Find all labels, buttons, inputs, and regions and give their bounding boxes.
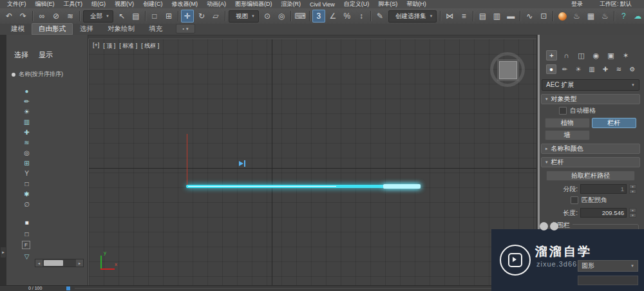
keyboard-shortcut-override-button[interactable]: ⌨ bbox=[294, 10, 307, 23]
menu-item[interactable]: 图形编辑器(D) bbox=[231, 0, 277, 8]
spinner-down-icon[interactable]: ▾ bbox=[629, 213, 636, 218]
use-pivot-center-button[interactable]: ⊙ bbox=[261, 10, 274, 23]
help-button[interactable]: ? bbox=[617, 10, 630, 23]
select-and-rotate-button[interactable]: ↻ bbox=[195, 10, 208, 23]
schematic-view-button[interactable]: ⊡ bbox=[537, 10, 550, 23]
viewport-shading-menu[interactable]: [ 线框 ] bbox=[141, 42, 159, 50]
spinner-down-icon[interactable]: ▾ bbox=[629, 189, 636, 194]
menu-item[interactable]: 帮助(H) bbox=[402, 0, 431, 8]
explorer-menu[interactable]: 选择 bbox=[14, 50, 28, 60]
length-field[interactable]: 209.546 bbox=[580, 208, 627, 218]
scene-explorer-toggle-button[interactable]: ▤ bbox=[476, 10, 489, 23]
category-geometry[interactable]: ● bbox=[546, 64, 556, 74]
sign-in-button[interactable]: 登录 bbox=[567, 0, 587, 8]
category-dropdown[interactable]: AEC 扩展 ▼ bbox=[542, 79, 639, 91]
scroll-right-arrow[interactable]: ▸ bbox=[76, 259, 83, 267]
category-spacewarps[interactable]: ≋ bbox=[614, 64, 624, 74]
partial-field[interactable] bbox=[578, 276, 638, 285]
select-and-manipulate-button[interactable]: ◎ bbox=[275, 10, 288, 23]
category-lights[interactable]: ☀ bbox=[573, 64, 583, 74]
scroll-thumb[interactable] bbox=[44, 260, 63, 266]
railing-object[interactable] bbox=[186, 185, 421, 188]
time-slider-marker[interactable] bbox=[66, 286, 70, 290]
menu-item[interactable]: 自定义(U) bbox=[339, 0, 374, 8]
select-and-link-button[interactable]: ∞ bbox=[35, 10, 48, 23]
menu-item[interactable]: 修改器(M) bbox=[167, 0, 203, 8]
ribbon-tab[interactable]: 建模 bbox=[4, 23, 32, 35]
menu-item[interactable]: 工具(T) bbox=[59, 0, 88, 8]
snaps-toggle-3d-button[interactable]: 3 bbox=[312, 10, 325, 23]
filter-hidden-icon[interactable]: ∅ bbox=[22, 200, 32, 209]
viewport-general-menu[interactable]: [+] bbox=[93, 42, 99, 50]
tab-utilities[interactable]: ✶ bbox=[620, 50, 631, 61]
pick-railing-path-button[interactable]: 拾取栏杆路径 bbox=[546, 171, 635, 181]
viewport-standard-menu[interactable]: [ 标准 ] bbox=[119, 42, 137, 50]
filter-xrefs-icon[interactable]: ⊞ bbox=[22, 158, 32, 167]
reference-coordinate-dropdown[interactable]: 视图▼ bbox=[229, 10, 259, 23]
ribbon-toggle-button[interactable]: ▬ bbox=[504, 10, 517, 23]
filter-helpers-icon[interactable]: ✚ bbox=[22, 127, 32, 136]
filter-cameras-icon[interactable]: ▥ bbox=[22, 117, 32, 126]
menu-item[interactable]: 文件(F) bbox=[3, 0, 31, 8]
unlink-selection-button[interactable]: ⊘ bbox=[50, 10, 62, 23]
filter-funnel-icon[interactable]: ▽ bbox=[22, 252, 32, 261]
respect-corners-checkbox[interactable] bbox=[571, 196, 578, 204]
category-shapes[interactable]: ✏ bbox=[560, 64, 570, 74]
letter-f-badge-icon[interactable]: F bbox=[22, 241, 30, 249]
menu-item[interactable]: Civil View bbox=[305, 1, 339, 8]
angle-snap-button[interactable]: ∠ bbox=[327, 10, 339, 23]
length-spinner[interactable]: ▴▾ bbox=[629, 208, 636, 218]
category-helpers[interactable]: ✚ bbox=[600, 64, 611, 74]
rollout-name-color[interactable]: ▸ 名称和颜色 bbox=[541, 144, 640, 154]
material-editor-button[interactable] bbox=[556, 10, 569, 23]
window-crossing-toggle-button[interactable]: ⊞ bbox=[162, 10, 175, 23]
filter-groups-icon[interactable]: ◎ bbox=[22, 148, 32, 157]
wall-button[interactable]: 墙 bbox=[545, 130, 590, 140]
menu-item[interactable]: 渲染(R) bbox=[277, 0, 306, 8]
view-cube[interactable] bbox=[490, 52, 525, 87]
layer-explorer-toggle-button[interactable]: ▥ bbox=[490, 10, 503, 23]
ribbon-options-button[interactable]: •▾ bbox=[176, 24, 195, 33]
align-button[interactable]: ≡ bbox=[457, 10, 470, 23]
ribbon-tab[interactable]: 选择 bbox=[73, 23, 100, 35]
tab-motion[interactable]: ◉ bbox=[591, 50, 601, 61]
menu-item[interactable]: 脚本(S) bbox=[374, 0, 402, 8]
name-sort-header[interactable]: 名称(按升序排序) bbox=[12, 70, 88, 79]
rectangular-selection-region-button[interactable]: □ bbox=[148, 10, 161, 23]
autogrid-checkbox[interactable] bbox=[559, 107, 567, 115]
menu-item[interactable]: 视图(V) bbox=[110, 0, 138, 8]
filter-geometry-icon[interactable]: ● bbox=[22, 86, 32, 95]
category-systems[interactable]: ⚙ bbox=[627, 64, 638, 74]
tab-create[interactable]: + bbox=[546, 50, 557, 61]
tab-display[interactable]: ▣ bbox=[605, 50, 616, 61]
rollout-object-type[interactable]: ▾ 对象类型 bbox=[541, 94, 640, 104]
menu-item[interactable]: 编辑(E) bbox=[31, 0, 59, 8]
filter-spacewarps-icon[interactable]: ≋ bbox=[22, 138, 32, 147]
community-button[interactable]: ☁ bbox=[631, 10, 644, 23]
railing-button[interactable]: 栏杆 bbox=[592, 118, 637, 128]
tab-modify[interactable]: ∩ bbox=[561, 50, 572, 61]
ribbon-tab[interactable]: 自由形式 bbox=[32, 23, 73, 35]
bind-to-space-warp-button[interactable]: ≋ bbox=[64, 10, 77, 23]
select-and-move-button[interactable]: ✛ bbox=[181, 10, 194, 23]
undo-button[interactable]: ↶ bbox=[3, 10, 15, 23]
spinner-up-icon[interactable]: ▴ bbox=[629, 184, 636, 189]
spinner-up-icon[interactable]: ▴ bbox=[629, 208, 636, 212]
track-bar[interactable] bbox=[75, 288, 528, 289]
viewport-pov-menu[interactable]: [ 顶 ] bbox=[103, 42, 115, 50]
spinner-snap-button[interactable]: ↕ bbox=[355, 10, 368, 23]
viewcube-top-face[interactable] bbox=[499, 61, 517, 79]
named-selection-sets-dropdown[interactable]: 创建选择集▼ bbox=[388, 10, 437, 23]
menu-item[interactable]: 动画(A) bbox=[202, 0, 231, 8]
segments-field[interactable]: 1 bbox=[580, 184, 627, 194]
selection-filter-dropdown[interactable]: 全部▼ bbox=[83, 10, 113, 23]
rendered-frame-window-button[interactable]: ▦ bbox=[584, 10, 597, 23]
outline-square-icon[interactable]: □ bbox=[22, 229, 32, 238]
render-setup-button[interactable]: ♨ bbox=[570, 10, 583, 23]
segments-spinner[interactable]: ▴▾ bbox=[629, 184, 636, 194]
foliage-button[interactable]: 植物 bbox=[545, 118, 590, 128]
tab-hierarchy[interactable]: ◫ bbox=[576, 50, 587, 61]
filter-frozen-icon[interactable]: ✱ bbox=[22, 189, 32, 198]
ribbon-tab[interactable]: 对象绘制 bbox=[100, 23, 142, 35]
select-object-button[interactable]: ↖ bbox=[115, 10, 128, 23]
